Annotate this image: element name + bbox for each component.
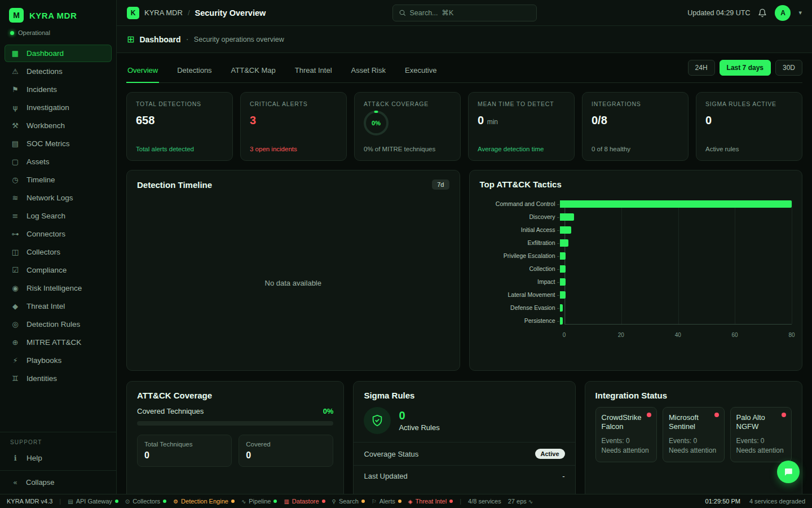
sidebar-item-assets[interactable]: ▢ Assets bbox=[5, 153, 112, 170]
sidebar-item-risk-intelligence[interactable]: ◉ Risk Intelligence bbox=[5, 279, 112, 297]
integration-microsoft-sentinel[interactable]: Microsoft Sentinel Events: 0 Needs atten… bbox=[663, 407, 724, 462]
service-health-dot bbox=[163, 500, 166, 503]
integration-crowdstrike-falcon[interactable]: CrowdStrike Falcon Events: 0 Needs atten… bbox=[595, 407, 657, 462]
sidebar-item-collectors[interactable]: ◫ Collectors bbox=[5, 243, 112, 261]
sidebar-nav: ▦ Dashboard ⚠ Detections ⚑ Incidents ψ I… bbox=[0, 43, 116, 432]
range-24h-button[interactable]: 24H bbox=[688, 60, 715, 76]
stat-subtext: Average detection time bbox=[478, 146, 565, 152]
tab-att-ck-map[interactable]: ATT&CK Map bbox=[230, 58, 277, 83]
box-value: 0 bbox=[144, 450, 224, 461]
card-title: Sigma Rules bbox=[364, 391, 414, 400]
sidebar-item-dashboard[interactable]: ▦ Dashboard bbox=[5, 45, 112, 62]
integration-status: Needs attention bbox=[669, 446, 718, 455]
sidebar-item-label: Detections bbox=[27, 67, 63, 76]
sidebar-item-compliance[interactable]: ☑ Compliance bbox=[5, 261, 112, 279]
sidebar-item-label: Workbench bbox=[27, 121, 65, 130]
sidebar-item-label: Playbooks bbox=[27, 356, 61, 365]
stat-card-mean-time-to-detect: MEAN TIME TO DETECT 0 min Average detect… bbox=[468, 92, 575, 161]
bar-track bbox=[560, 278, 792, 286]
separator: | bbox=[59, 498, 61, 505]
sidebar-item-network-logs[interactable]: ≋ Network Logs bbox=[5, 189, 112, 207]
donut-progress-tick bbox=[374, 111, 378, 113]
sidebar-item-detections[interactable]: ⚠ Detections bbox=[5, 63, 112, 80]
alert-dot-icon bbox=[782, 413, 786, 417]
search-input[interactable] bbox=[410, 9, 523, 17]
sidebar-item-detection-rules[interactable]: ◎ Detection Rules bbox=[5, 316, 112, 333]
tab-asset-risk[interactable]: Asset Risk bbox=[350, 58, 387, 83]
tab-executive[interactable]: Executive bbox=[404, 58, 438, 83]
total-techniques-box: Total Techniques 0 bbox=[137, 435, 232, 467]
tab-strip: Overview Detections ATT&CK Map Threat In… bbox=[126, 58, 438, 82]
sidebar-item-playbooks[interactable]: ⚡ Playbooks bbox=[5, 352, 112, 369]
service-status-datastore: ▥ Datastore bbox=[284, 498, 325, 505]
tactics-bar-chart: Command and Control Discovery Initial Ac… bbox=[470, 195, 802, 345]
sidebar-item-soc-metrics[interactable]: ▤ SOC Metrics bbox=[5, 135, 112, 152]
sidebar-item-identities[interactable]: ♊ Identities bbox=[5, 370, 112, 387]
sidebar-item-label: Help bbox=[27, 454, 42, 462]
datastore-icon: ▥ bbox=[284, 498, 289, 505]
sidebar-item-workbench[interactable]: ⚒ Workbench bbox=[5, 117, 112, 134]
app-logo: K bbox=[127, 7, 139, 19]
incidents-icon: ⚑ bbox=[10, 85, 20, 94]
active-rules-count: 0 bbox=[399, 409, 439, 422]
eps-indicator: 27 eps ∿ bbox=[508, 498, 533, 505]
pipeline-icon: ∿ bbox=[241, 498, 246, 505]
activity-icon: ∿ bbox=[528, 498, 533, 505]
tab-threat-intel[interactable]: Threat Intel bbox=[294, 58, 333, 83]
integration-events: Events: 0 bbox=[602, 437, 651, 445]
chevron-down-icon[interactable]: ▾ bbox=[798, 9, 802, 16]
covered-techniques-box: Covered 0 bbox=[239, 435, 333, 467]
sidebar-item-label: Investigation bbox=[27, 103, 69, 112]
sidebar-item-timeline[interactable]: ◷ Timeline bbox=[5, 171, 112, 189]
chat-button[interactable] bbox=[777, 461, 800, 483]
bar bbox=[560, 226, 572, 234]
stat-label: CRITICAL ALERTS bbox=[250, 100, 337, 107]
sidebar-item-investigation[interactable]: ψ Investigation bbox=[5, 99, 112, 116]
stat-label: TOTAL DETECTIONS bbox=[136, 100, 223, 107]
service-label: Threat Intel bbox=[416, 498, 447, 505]
notifications-bell-icon[interactable] bbox=[758, 8, 767, 17]
service-status-collectors: ⊙ Collectors bbox=[125, 498, 166, 505]
bar-track bbox=[560, 317, 792, 325]
sidebar-item-incidents[interactable]: ⚑ Incidents bbox=[5, 81, 112, 98]
mitre-attack-icon: ⊕ bbox=[10, 338, 20, 347]
sidebar-item-connectors[interactable]: ⊶ Connectors bbox=[5, 225, 112, 243]
breadcrumb-app[interactable]: KYRA MDR bbox=[144, 8, 183, 17]
bar-track bbox=[560, 252, 792, 260]
avatar[interactable]: A bbox=[775, 5, 791, 21]
integrations-grid: CrowdStrike Falcon Events: 0 Needs atten… bbox=[585, 406, 802, 462]
range-30d-button[interactable]: 30D bbox=[775, 60, 802, 76]
range-last-7-days-button[interactable]: Last 7 days bbox=[720, 60, 771, 76]
tab-detections[interactable]: Detections bbox=[176, 58, 213, 83]
bar-label: Privilege Escalation bbox=[480, 253, 560, 260]
bottom-row: ATT&CK Coverage Covered Techniques 0% To… bbox=[126, 381, 802, 494]
range-badge: 7d bbox=[432, 179, 449, 190]
global-search[interactable] bbox=[392, 5, 537, 21]
time-range-group: 24H Last 7 days 30D bbox=[688, 60, 802, 80]
sidebar-item-mitre-att-ck[interactable]: ⊕ MITRE ATT&CK bbox=[5, 334, 112, 351]
section-header: ⊞ Dashboard · Security operations overvi… bbox=[117, 26, 812, 53]
connectors-icon: ⊶ bbox=[10, 230, 20, 238]
bar bbox=[560, 200, 792, 208]
stat-label: SIGMA RULES ACTIVE bbox=[705, 100, 793, 107]
card-header: Detection Timeline 7d bbox=[127, 170, 460, 195]
sidebar-item-help[interactable]: ℹ Help bbox=[5, 449, 112, 467]
integration-palo-alto-ngfw[interactable]: Palo Alto NGFW Events: 0 Needs attention bbox=[730, 407, 792, 462]
integration-name: Palo Alto NGFW bbox=[736, 413, 785, 432]
plot-area: Command and Control Discovery Initial Ac… bbox=[480, 200, 792, 325]
sidebar-item-label: Timeline bbox=[27, 176, 55, 184]
main-area: K KYRA MDR / Security Overview Updated 0… bbox=[117, 0, 812, 494]
collectors-icon: ⊙ bbox=[125, 498, 130, 505]
covered-techniques-row: Covered Techniques 0% bbox=[127, 406, 343, 421]
bar-row-exfiltration: Exfiltration bbox=[480, 239, 792, 247]
assets-icon: ▢ bbox=[10, 157, 20, 166]
tab-overview[interactable]: Overview bbox=[126, 58, 159, 83]
bar bbox=[560, 291, 566, 299]
sidebar-item-threat-intel[interactable]: ◆ Threat Intel bbox=[5, 297, 112, 315]
donut-value: 0% bbox=[372, 120, 381, 126]
covered-techniques-label: Covered Techniques bbox=[137, 407, 204, 415]
collapse-button[interactable]: « Collapse bbox=[0, 470, 116, 494]
sidebar-item-log-search[interactable]: ≡ Log Search bbox=[5, 207, 112, 225]
service-label: Detection Engine bbox=[181, 498, 228, 505]
bar-label: Discovery bbox=[480, 214, 560, 221]
